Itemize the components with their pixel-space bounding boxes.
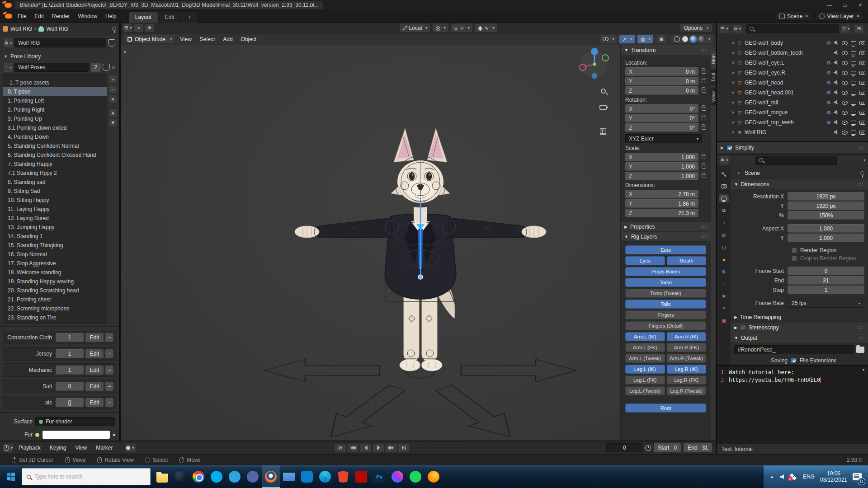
rig-layer-button[interactable]: Eyes [625,256,665,265]
render-region-checkbox[interactable] [791,248,797,253]
pose-list-item[interactable]: 5. Standing Confident Normal [3,141,107,150]
pose-list-item[interactable]: 7.1 Standing Hppy 2 [3,169,107,178]
pose-list-item[interactable]: 4. Pointing Down [3,132,107,141]
frame-start-field[interactable]: Start0 [654,443,681,452]
rig-layer-button[interactable]: Mouth [667,256,707,265]
rotation-mode-dropdown[interactable]: XYZ Euler▾ [625,134,702,143]
breadcrumb-object[interactable]: Wolf RIG [10,26,32,32]
expand-arrow-icon[interactable] [733,42,735,44]
zoom-tool-icon[interactable] [598,86,608,96]
pose-list-item[interactable]: 23. Standing on Tire [3,313,107,322]
viewport-menu-item[interactable]: Add [219,34,236,44]
tab-object[interactable]: ■ [719,255,729,263]
render-disable-icon[interactable] [859,51,865,55]
drag-dots-icon[interactable] [701,235,707,239]
maximize-button[interactable]: □ [837,0,853,10]
drag-dots-icon[interactable] [858,146,864,150]
show-objects-dropdown[interactable]: ▾ [600,35,617,43]
lock-icon[interactable] [702,126,706,130]
scale-field[interactable]: Y1.000 [625,162,698,171]
rig-layers-panel-header[interactable]: ▼ Rig Layers [621,232,711,242]
lock-icon[interactable] [702,155,706,159]
editor-type-icon[interactable]: ⊞▾ [123,24,132,32]
text-line[interactable]: 1 Watch tutorial here: [717,369,868,376]
rig-layer-button[interactable]: Arm.R (Tweak) [667,354,707,363]
render-disable-icon[interactable] [859,71,865,75]
scene-breadcrumb[interactable]: Scene [745,170,760,176]
taskbar-search-input[interactable]: Type here to search [22,468,151,485]
frame-field[interactable]: 0 [788,267,864,275]
edit-property-button[interactable]: Edit [85,382,104,391]
brave-icon[interactable] [334,465,352,488]
pose-list-item[interactable]: 17. Stop Aggressive [3,259,107,268]
lock-icon[interactable] [702,107,706,111]
selectable-pointer-icon[interactable] [833,70,839,75]
rig-layer-button[interactable]: Arm.L (FK) [625,343,665,352]
rig-layer-button[interactable]: Props Bones [625,267,706,276]
properties-options-icon[interactable]: ▾ [863,158,865,162]
messenger-icon[interactable] [388,465,406,488]
tab-scene[interactable]: ◔ [719,219,729,227]
prev-keyframe-button[interactable] [347,443,359,452]
frame-rate-dropdown[interactable]: 25 fps▾ [788,299,864,308]
dimension-field[interactable]: X2.78 m [625,190,698,198]
crop-region-checkbox[interactable] [791,256,797,262]
outliner-row[interactable]: ▽ GEO-wolf_top_teeth ⚙ [717,117,868,127]
tab-collection[interactable]: ▢ [719,243,729,251]
dropbox-icon[interactable]: 2 [789,473,797,480]
rig-layer-button[interactable]: Leg.L (IK) [625,365,665,374]
scene-selector[interactable]: Scene ✕ [776,12,812,21]
tab-view-layer[interactable]: ⧉ [719,206,729,215]
edit-property-button[interactable]: Edit [85,398,104,407]
selectable-pointer-icon[interactable] [833,119,839,125]
workspace-tab[interactable]: Edit [159,12,181,23]
property-value-field[interactable]: 1 [56,366,84,375]
menu-item[interactable]: Edit [30,11,48,21]
stereoscopy-header[interactable]: ▶ Stereoscopy [731,322,868,333]
unlink-action-icon[interactable]: ✕ [112,65,115,70]
hide-eye-icon[interactable] [842,101,848,105]
location-field[interactable]: X0 m [625,67,698,76]
rig-layer-button[interactable]: Arm.L (Tweak) [625,354,665,363]
move-pose-up-button[interactable]: ▲ [108,108,117,117]
viewport-menu-item[interactable]: View [176,34,196,44]
viewport-disable-icon[interactable] [851,81,856,85]
pose-list-item[interactable]: 1. Pointing Left [3,96,107,105]
outliner-display-mode-icon[interactable]: ☰▾ [720,25,729,33]
render-disable-icon[interactable] [859,121,865,125]
selectable-pointer-icon[interactable] [833,129,839,135]
view-layer-selector[interactable]: View Layer ✕ [816,12,863,21]
minimize-button[interactable]: — [822,0,837,10]
timeline-editor-icon[interactable]: ▾ [4,444,13,452]
hide-eye-icon[interactable] [842,81,848,85]
blender-icon[interactable] [262,465,280,488]
drag-dots-icon[interactable] [701,225,707,229]
outliner-row[interactable]: ▽ GEO-wolf_eye.L ⚙ [717,58,868,68]
pose-specials-button[interactable]: ▾ [108,95,117,103]
rig-layer-button[interactable]: Root [625,404,706,413]
rig-layer-button[interactable]: Leg.R (Tweak) [667,386,707,395]
hide-eye-icon[interactable] [842,121,848,125]
outliner-row[interactable]: ▽ GEO-wolf_head ⚙ [717,78,868,88]
expand-arrow-icon[interactable] [733,111,735,114]
pose-list-item[interactable]: 11. Laying Happy [3,205,107,214]
rig-layer-button[interactable]: Torso [625,278,706,287]
text-line[interactable]: 2 https://youtu.be/FH6-FnHXbL0 [717,376,868,384]
remove-view-layer-icon[interactable]: ✕ [856,14,860,19]
mode-dropdown[interactable]: Object Mode▾ [123,35,176,44]
rig-layer-button[interactable]: Leg.L (Tweak) [625,386,665,395]
unlink-scene-icon[interactable]: ✕ [805,14,808,19]
pin-icon[interactable] [860,171,864,175]
viewport-disable-icon[interactable] [851,41,856,45]
output-panel-header[interactable]: ▼ Output [731,333,868,343]
rig-layer-button[interactable]: Ears [625,245,706,254]
expand-arrow-icon[interactable] [733,131,735,134]
blender-menu-icon[interactable] [4,13,14,20]
lock-icon[interactable] [702,80,706,83]
rig-layer-button[interactable]: Arm.L (IK) [625,332,665,341]
frame-field[interactable]: 1 [788,286,864,294]
render-disable-icon[interactable] [859,81,865,85]
viewport-menu-item[interactable]: Select [196,34,219,44]
rig-layer-button[interactable]: Torso (Tweak) [625,289,706,298]
hide-eye-icon[interactable] [842,131,848,135]
